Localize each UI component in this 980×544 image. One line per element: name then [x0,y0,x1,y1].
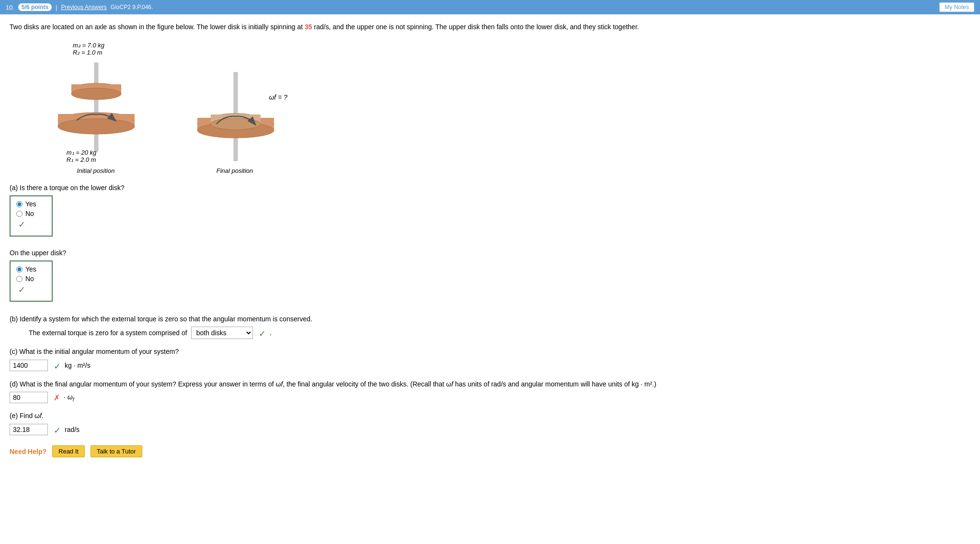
part-b-label: (b) Identify a system for which the exte… [10,315,661,323]
part-e-check: ✓ [54,425,61,436]
lower-disk-radio-box: Yes No ✓ [10,195,53,237]
part-d-text2: , the final angular velocity of the two … [283,380,451,388]
part-e-label: (e) Find ωf. [10,412,661,419]
part-e-text2: . [42,412,44,419]
m1-label: m₁ = 20 kg [67,149,96,156]
need-help-label: Need Help? [10,448,46,455]
part-c-row: ✓ kg · m²/s [10,359,661,372]
footer-bar: Need Help? Read It Talk to a Tutor [10,445,661,457]
part-c-input[interactable] [10,360,48,371]
part-e-input[interactable] [10,424,48,435]
initial-disk-svg [48,58,144,154]
final-disk-svg [182,68,287,163]
upper-disk-label: On the upper disk? [10,249,661,257]
spin-speed: 35 [305,23,312,31]
problem-text-main: Two disks are located on an axle as show… [10,23,305,31]
upper-yes-label: Yes [25,265,36,273]
part-b-check: ✓ [259,329,266,339]
upper-no-label: No [25,275,34,283]
read-it-button[interactable]: Read It [52,445,85,457]
R2-label: R₂ = 1.0 m [73,49,104,56]
top-bar: 10. 5/6 points | Previous Answers GioCP2… [0,0,980,14]
main-content: Two disks are located on an axle as show… [0,14,671,467]
problem-text: Two disks are located on an axle as show… [10,22,661,32]
prob-id: GioCP2 9.P.046. [111,4,153,11]
svg-point-6 [58,119,135,134]
final-caption: Final position [217,167,253,174]
part-d-wrong: ✗ [54,393,60,402]
part-d-text3: has units of rad/s and angular momentum … [453,380,656,388]
R1-label: R₁ = 2.0 m [67,156,96,163]
part-e-text1: (e) Find ω [10,412,40,419]
separator: | [56,4,57,11]
lower-correct-check: ✓ [18,220,25,229]
both-disks-dropdown[interactable]: both disks lower disk only upper disk on… [191,327,253,339]
part-b-suffix: . [270,329,272,337]
upper-disk-radio-box: Yes No ✓ [10,261,53,302]
upper-yes-option[interactable]: Yes [16,265,46,273]
upper-yes-radio[interactable] [16,266,23,272]
top-bar-left: 10. 5/6 points | Previous Answers GioCP2… [6,3,153,11]
upper-correct-check: ✓ [18,285,25,295]
part-e-unit: rad/s [65,426,80,433]
initial-figure: m₂ = 7.0 kg R₂ = 1.0 m [48,42,144,174]
svg-rect-0 [94,63,98,151]
part-d-label: (d) What is the final angular momentum o… [10,380,661,388]
part-a-label: (a) Is there a torque on the lower disk? [10,184,661,192]
question-number: 10. [6,4,14,11]
part-e-row: ✓ rad/s [10,423,661,436]
part-c-unit: kg · m²/s [65,362,91,369]
lower-no-option[interactable]: No [16,210,46,217]
part-c-check: ✓ [54,361,61,372]
my-notes-button[interactable]: My Notes [939,2,974,12]
part-d-row: ✗ · ωf [10,392,661,403]
part-d-unit: · ωf [64,393,74,402]
lower-yes-option[interactable]: Yes [16,200,46,208]
lower-no-radio[interactable] [16,211,23,217]
lower-no-label: No [25,210,34,217]
svg-point-3 [71,88,121,100]
lower-yes-radio[interactable] [16,201,23,207]
initial-caption: Initial position [77,167,115,174]
part-b-prefix: The external torque is zero for a system… [29,329,187,337]
lower-yes-label: Yes [25,200,36,208]
prev-answers-link[interactable]: Previous Answers [61,4,106,11]
upper-no-option[interactable]: No [16,275,46,283]
figure-area: m₂ = 7.0 kg R₂ = 1.0 m [48,40,661,174]
upper-no-radio[interactable] [16,276,23,282]
m2-label: m₂ = 7.0 kg [73,42,104,49]
final-figure: ωf = ? Final position [182,40,287,174]
omega-label: ωf = ? [269,93,287,101]
problem-text-cont: rad/s, and the upper one is not spinning… [312,23,639,31]
part-d-input[interactable] [10,392,48,403]
points-badge: 5/6 points [18,3,52,11]
talk-to-tutor-button[interactable]: Talk to a Tutor [91,445,142,457]
part-c-label: (c) What is the initial angular momentum… [10,348,661,355]
part-b-row: The external torque is zero for a system… [29,327,661,339]
part-d-text1: (d) What is the final angular momentum o… [10,380,281,388]
svg-point-13 [211,118,261,130]
